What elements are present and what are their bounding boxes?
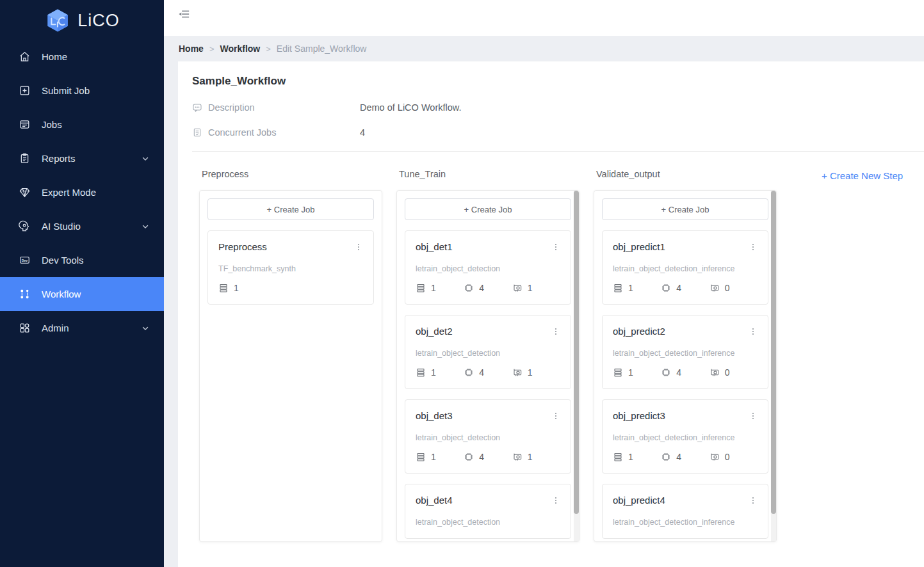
home-icon — [18, 51, 31, 63]
job-stats-row: 140 — [613, 452, 758, 462]
sidebar-item-submit-job[interactable]: Submit Job — [0, 74, 164, 108]
create-job-button[interactable]: + Create Job — [405, 198, 571, 220]
step-panel: + Create Jobobj_predict1letrain_object_d… — [594, 190, 777, 542]
kebab-menu-icon[interactable] — [551, 325, 560, 338]
sidebar-item-workflow[interactable]: Workflow — [0, 277, 164, 311]
job-stats-row: 140 — [613, 283, 758, 293]
kebab-menu-icon[interactable] — [749, 241, 758, 253]
job-name: obj_det1 — [416, 241, 453, 253]
job-stats-row: 141 — [416, 283, 560, 293]
job-stat-value: 4 — [676, 452, 681, 462]
sidebar-item-ai-studio[interactable]: AI Studio — [0, 209, 164, 243]
job-stat-value: 1 — [234, 283, 239, 293]
gpu-icon — [709, 283, 720, 293]
job-stat: 1 — [416, 452, 464, 462]
sidebar-item-label: Submit Job — [42, 85, 150, 96]
job-card[interactable]: obj_predict4letrain_object_detection_inf… — [602, 484, 768, 539]
step-panel: + Create Jobobj_det1letrain_object_detec… — [396, 190, 580, 542]
job-stat: 1 — [512, 367, 560, 378]
job-card[interactable]: obj_det4letrain_object_detection — [405, 484, 571, 539]
app-logo-text: LiCO — [77, 11, 120, 31]
job-card[interactable]: obj_det1letrain_object_detection141 — [405, 230, 571, 305]
job-stat: 4 — [464, 452, 512, 462]
job-template-name: letrain_object_detection_inference — [613, 433, 758, 443]
ai-studio-icon — [18, 220, 31, 233]
job-stat: 4 — [661, 452, 709, 462]
job-stat: 1 — [613, 367, 661, 378]
nodes-icon — [416, 283, 426, 293]
nodes-icon — [613, 367, 623, 378]
kebab-menu-icon[interactable] — [749, 325, 758, 338]
job-name: obj_det3 — [416, 410, 453, 422]
job-card[interactable]: PreprocessTF_benchmark_synth1 — [207, 230, 374, 305]
create-job-button[interactable]: + Create Job — [602, 198, 768, 220]
gpu-icon — [709, 452, 720, 462]
scrollbar-thumb[interactable] — [771, 191, 776, 514]
main-area: Home > Workflow > Edit Sample_Workflow S… — [164, 0, 924, 567]
job-template-name: letrain_object_detection — [416, 349, 560, 358]
kebab-menu-icon[interactable] — [551, 410, 560, 422]
job-name: obj_predict4 — [613, 494, 665, 507]
breadcrumb-workflow[interactable]: Workflow — [220, 44, 261, 54]
sidebar-item-reports[interactable]: Reports — [0, 141, 164, 175]
sidebar-item-dev-tools[interactable]: DevDev Tools — [0, 243, 164, 277]
sidebar-item-home[interactable]: Home — [0, 40, 164, 74]
chevron-down-icon — [141, 154, 150, 163]
job-stat: 0 — [709, 283, 758, 293]
kebab-menu-icon[interactable] — [354, 241, 363, 253]
job-stat-value: 0 — [725, 452, 730, 462]
job-card[interactable]: obj_predict3letrain_object_detection_inf… — [602, 399, 768, 474]
job-template-name: letrain_object_detection — [416, 264, 560, 274]
kebab-menu-icon[interactable] — [749, 494, 758, 507]
create-new-step-link[interactable]: + Create New Step — [822, 170, 903, 181]
description-value: Demo of LiCO Workflow. — [360, 102, 461, 113]
workflow-icon — [18, 288, 31, 301]
job-stat: 1 — [613, 283, 661, 293]
sidebar-item-jobs[interactable]: Jobs — [0, 108, 164, 141]
job-stat: 4 — [661, 367, 709, 378]
kebab-menu-icon[interactable] — [551, 494, 560, 507]
job-stat-value: 1 — [628, 367, 633, 378]
kebab-menu-icon[interactable] — [551, 241, 560, 253]
job-card[interactable]: obj_det3letrain_object_detection141 — [405, 399, 571, 474]
sidebar-item-expert-mode[interactable]: Expert Mode — [0, 175, 164, 209]
step-panel: + Create JobPreprocessTF_benchmark_synth… — [199, 190, 382, 542]
job-template-name: letrain_object_detection_inference — [613, 264, 758, 274]
sidebar-item-admin[interactable]: Admin — [0, 311, 164, 345]
job-stat-value: 1 — [628, 452, 633, 462]
job-card[interactable]: obj_predict2letrain_object_detection_inf… — [602, 315, 768, 389]
column-scrollbar[interactable] — [574, 191, 579, 541]
job-name: obj_det4 — [416, 494, 453, 507]
submit-job-icon — [18, 84, 31, 97]
cpu-icon — [661, 367, 671, 378]
expert-mode-icon — [18, 186, 31, 199]
create-job-button[interactable]: + Create Job — [207, 198, 374, 220]
job-name: obj_det2 — [416, 325, 453, 338]
sidebar: LiCO HomeSubmit JobJobsReportsExpert Mod… — [0, 0, 164, 567]
scrollbar-thumb[interactable] — [574, 191, 579, 514]
breadcrumb-home[interactable]: Home — [179, 44, 204, 54]
nodes-icon — [613, 452, 623, 462]
concurrent-jobs-icon — [192, 127, 202, 138]
workflow-board: Preprocess+ Create JobPreprocessTF_bench… — [192, 152, 924, 542]
sidebar-item-label: Dev Tools — [42, 255, 150, 266]
nodes-icon — [416, 367, 426, 378]
kebab-menu-icon[interactable] — [749, 410, 758, 422]
job-stat-value: 1 — [431, 283, 436, 293]
job-stat: 0 — [709, 452, 758, 462]
sidebar-menu: HomeSubmit JobJobsReportsExpert ModeAI S… — [0, 40, 164, 345]
job-name: obj_predict2 — [613, 325, 665, 338]
workflow-step-column: Tune_Train+ Create Jobobj_det1letrain_ob… — [396, 169, 580, 542]
column-scrollbar[interactable] — [771, 191, 776, 541]
cpu-icon — [464, 367, 474, 378]
job-card[interactable]: obj_predict1letrain_object_detection_inf… — [602, 230, 768, 305]
chevron-down-icon — [141, 324, 150, 333]
job-card-header: obj_predict2 — [613, 325, 758, 338]
concurrent-jobs-value: 4 — [360, 127, 365, 138]
concurrent-jobs-row: Concurrent Jobs 4 — [192, 127, 924, 138]
job-card-header: obj_det4 — [416, 494, 560, 507]
collapse-sidebar-icon[interactable] — [179, 10, 190, 19]
breadcrumb-separator: > — [266, 44, 271, 54]
job-card[interactable]: obj_det2letrain_object_detection141 — [405, 315, 571, 389]
app-logo: LiCO — [0, 0, 164, 37]
